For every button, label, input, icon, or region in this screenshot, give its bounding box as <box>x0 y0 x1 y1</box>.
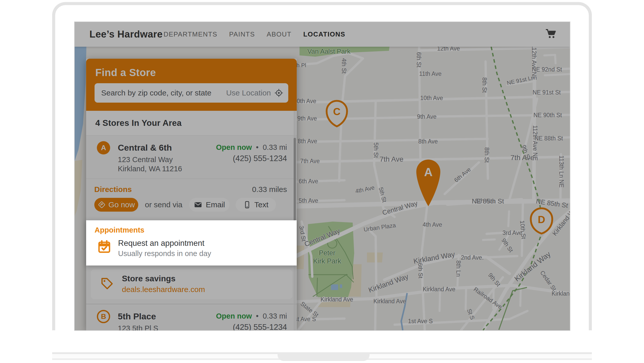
map-street-label: 5th St <box>372 142 379 158</box>
map-street-label: Urban Plaza <box>363 222 396 233</box>
store-b-status: Open now • 0.33 mi <box>216 312 287 320</box>
store-search-input[interactable]: Search by zip code, city, or state Use L… <box>95 83 288 103</box>
text-label: Text <box>254 200 268 209</box>
text-button[interactable]: Text <box>236 198 276 212</box>
site-header: Lee’s Hardware DEPARTMENTS PAINTS ABOUT … <box>75 22 570 47</box>
search-placeholder: Search by zip code, city, or state <box>101 89 226 97</box>
store-b-distance: 0.33 mi <box>263 312 287 320</box>
map-street-label: 9th St <box>487 272 502 288</box>
store-a-open-badge: Open now <box>216 143 252 151</box>
store-b-address1: 123 5th Pl S <box>118 324 158 330</box>
store-a-distance: 0.33 mi <box>263 143 287 151</box>
map-street-label: 8th Ave <box>418 138 438 145</box>
map-street-label: NE 92nd St <box>532 66 562 73</box>
map-street-label: 1st Ave S <box>408 318 433 325</box>
store-a-phone[interactable]: (425) 555-1234 <box>233 154 287 163</box>
navigate-icon <box>98 201 106 209</box>
savings-section: Store savings deals.leeshardware.com <box>86 266 297 304</box>
brand-logo[interactable]: Lee’s Hardware <box>89 29 164 40</box>
directions-title: Directions <box>94 185 132 194</box>
nav-locations[interactable]: LOCATIONS <box>303 30 346 38</box>
store-a-address1: 123 Central Way <box>118 155 173 164</box>
store-b-phone[interactable]: (425) 555-1234 <box>233 323 287 330</box>
nav-paints[interactable]: PAINTS <box>229 30 255 38</box>
appointments-card[interactable]: Appointments Request an appointment Usua… <box>86 220 297 265</box>
location-crosshair-icon[interactable] <box>274 89 283 97</box>
map-street-label: 6th St <box>415 52 422 67</box>
page: ACD Van Aalst Parkth Pl4th St6th St11th … <box>0 0 644 363</box>
cart-icon[interactable] <box>545 28 558 40</box>
map-street-label: NE 90th St <box>533 112 562 119</box>
map-street-label: 4th Ave <box>423 221 442 228</box>
map-street-label: Kirkland Ave <box>423 286 455 293</box>
map-street-label: 9th Ave <box>417 113 436 120</box>
map-street-label: 8th St <box>481 77 488 93</box>
laptop-deck <box>52 330 592 352</box>
map-street-label: Central Way <box>303 227 341 248</box>
map-street-label: 10th Ave <box>293 98 316 105</box>
map-street-label: 7th Ave <box>380 155 404 163</box>
map-street-label: 9th St <box>500 237 515 254</box>
map-street-label: Railroad Ave <box>472 286 503 311</box>
map-street-label: NE 91st St <box>533 89 561 96</box>
panel-header: Find a Store Search by zip code, city, o… <box>86 59 297 111</box>
store-row-a[interactable]: A Central & 6th 123 Central Way Kirkland… <box>86 135 297 179</box>
appointments-title: Appointments <box>95 226 144 234</box>
map-street-label: 4th St <box>340 58 347 74</box>
map-park-label: Peter <box>319 249 336 257</box>
map-street-label: Cedar St <box>539 269 558 292</box>
map-street-label: 113th Ln NE <box>558 155 565 188</box>
map-street-label: 5th St <box>377 186 388 203</box>
email-label: Email <box>206 200 225 209</box>
map-street-label: 5th Ave <box>299 197 318 204</box>
map-street-label: 8th St <box>483 147 490 163</box>
directions-distance: 0.33 miles <box>252 185 287 194</box>
store-a-status: Open now • 0.33 mi <box>216 143 287 152</box>
map-street-label: NE 91st Ln <box>506 74 535 87</box>
phone-icon <box>243 201 251 209</box>
map-street-label: 3rd St <box>298 225 307 242</box>
savings-link[interactable]: deals.leeshardware.com <box>122 285 205 294</box>
store-b-open-badge: Open now <box>216 312 252 320</box>
store-b-name: 5th Place <box>118 311 156 321</box>
store-savings-card[interactable]: Store savings deals.leeshardware.com <box>91 269 292 299</box>
appointments-request-label: Request an appointment <box>118 239 204 248</box>
map-street-label: NE 88th St <box>534 135 563 142</box>
go-now-label: Go now <box>108 200 135 209</box>
directions-section: Directions 0.33 miles Go now or send via <box>86 179 297 221</box>
map-street-label: 10th St <box>519 220 527 239</box>
nav-about[interactable]: ABOUT <box>267 30 292 38</box>
directions-actions: Go now or send via Email <box>94 198 282 212</box>
go-now-button[interactable]: Go now <box>94 198 138 212</box>
use-location-button[interactable]: Use Location <box>226 89 271 97</box>
map-street-label: Kirkland Way <box>367 272 410 294</box>
tag-icon <box>100 276 114 292</box>
email-icon <box>193 200 203 209</box>
map-street-label: NE 85th St <box>472 197 504 205</box>
map-street-label: St S <box>466 308 476 321</box>
browser-screen: ACD Van Aalst Parkth Pl4th St6th St11th … <box>75 22 570 330</box>
nav-departments[interactable]: DEPARTMENTS <box>164 30 217 38</box>
panel-title: Find a Store <box>95 67 156 78</box>
map-park-label: Van Aalst Park <box>307 47 351 55</box>
map-street-label: 7th Ave <box>300 158 320 165</box>
email-button[interactable]: Email <box>189 198 229 212</box>
map-street-label: 4th Ave <box>355 184 375 195</box>
calendar-check-icon <box>97 239 112 255</box>
map-street-label: NE 85th St <box>536 197 569 210</box>
store-a-name: Central & 6th <box>118 143 172 153</box>
map-street-label: 10th Ave <box>420 95 443 102</box>
main-nav: DEPARTMENTS PAINTS ABOUT LOCATIONS <box>164 30 345 38</box>
store-a-badge: A <box>97 141 110 154</box>
laptop-notch <box>278 352 370 361</box>
find-store-panel: Find a Store Search by zip code, city, o… <box>86 59 297 330</box>
map-park-label: Kirk Park <box>313 257 341 265</box>
results-header-label: 4 Stores In Your Area <box>95 118 182 128</box>
appointments-response-label: Usually responds in one day <box>118 249 211 258</box>
results-header: 4 Stores In Your Area <box>86 111 297 135</box>
map-street-label: 8th Ave <box>298 138 317 145</box>
map-street-label: Kirkland Ave <box>373 298 406 305</box>
store-row-b[interactable]: B 5th Place 123 5th Pl S Open now • 0.33… <box>86 304 297 330</box>
status-separator: • <box>256 312 259 320</box>
map-street-label: 8th Ln <box>455 260 462 277</box>
